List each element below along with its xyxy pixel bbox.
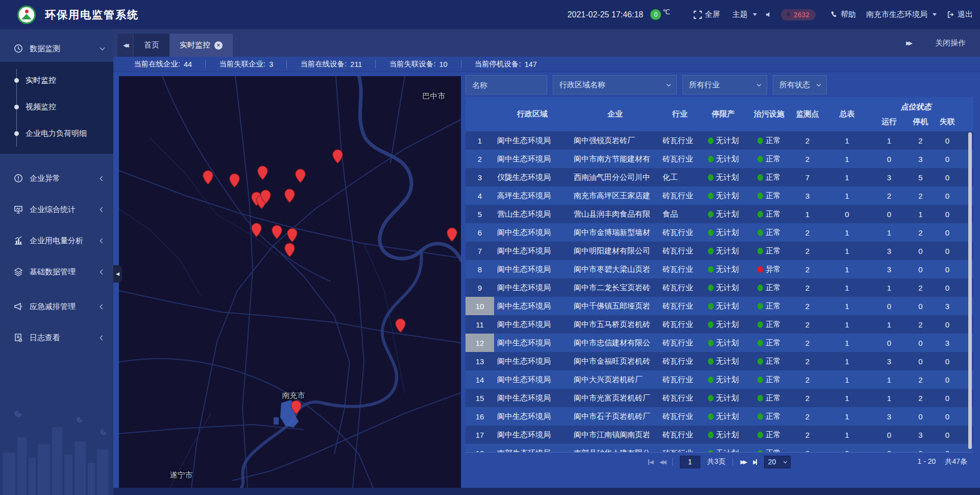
sidebar-item-data-monitoring[interactable]: 数据监测 [0, 35, 113, 62]
tab-bar: ◀◀ 首页 实时监控 × ▶▶ 关闭操作 [113, 29, 980, 57]
close-icon[interactable]: × [214, 41, 223, 50]
map-pin-icon[interactable] [260, 190, 271, 204]
sidebar-item-emergency-reduction[interactable]: 应急减排管理 [0, 293, 113, 320]
map-pin-icon[interactable] [284, 188, 295, 203]
table-row[interactable]: 9 阆中生态环境局 阆中市二龙长宝页岩砖 砖瓦行业 无计划 正常 2 1 1 2… [465, 278, 973, 297]
table-row[interactable]: 16 阆中生态环境局 阆中市石子页岩机砖厂 砖瓦行业 无计划 正常 2 1 3 … [465, 407, 973, 426]
stat-offline-devices: 当前失联设备:10 [376, 60, 461, 68]
cell-run: 1 [871, 131, 907, 150]
sidebar-item-video-monitor[interactable]: 视频监控 [0, 93, 113, 120]
stat-online-enterprises: 当前在线企业:44 [120, 60, 206, 68]
cell-run: 1 [871, 278, 907, 297]
sidebar-item-log-view[interactable]: 日志查看 [0, 324, 113, 351]
map-pin-icon[interactable] [287, 228, 298, 242]
map-roads [119, 76, 461, 488]
app-window: 环保用电监管系统 2021-02-25 17:46:18 0 ℃ 全屏 主题 [0, 0, 980, 495]
sidebar-collapse-handle[interactable]: ◀ [113, 265, 122, 282]
status-select[interactable]: 所有状态 [773, 75, 827, 95]
table-row[interactable]: 1 阆中生态环境局 阆中强锐页岩砖厂 砖瓦行业 无计划 正常 2 1 1 2 0 [465, 131, 973, 150]
table-row[interactable]: 3 仪陇生态环境局 西南油气田分公司川中 化工 无计划 正常 7 1 3 5 0 [465, 168, 973, 186]
notification-badge[interactable]: 2632 [781, 9, 816, 20]
cell-limit: 无计划 [700, 407, 746, 426]
table-row[interactable]: 14 阆中生态环境局 阆中大兴页岩机砖厂 砖瓦行业 无计划 正常 2 1 1 2… [465, 370, 973, 389]
cell-run: 3 [871, 352, 907, 370]
tab-realtime-monitor[interactable]: 实时监控 × [169, 34, 233, 57]
table-row[interactable]: 4 高坪生态环境局 南充市高坪区王家店建 砖瓦行业 无计划 正常 3 1 2 2… [465, 186, 973, 205]
map-pin-icon[interactable] [395, 318, 406, 333]
cell-total: 1 [823, 407, 871, 426]
sidebar-item-power-analysis[interactable]: 企业用电量分析 [0, 227, 113, 254]
help-button[interactable]: 帮助 [830, 10, 856, 19]
name-search-input[interactable] [465, 75, 547, 95]
table-row[interactable]: 6 阆中生态环境局 阆中市金博瑞新型墙材 砖瓦行业 无计划 正常 2 1 1 2… [465, 223, 973, 242]
last-page-button[interactable]: ▶ [753, 459, 756, 465]
map-pin-icon[interactable] [229, 173, 240, 187]
cell-limit: 无计划 [700, 131, 746, 150]
cell-region: 营山生态环境局 [494, 205, 571, 223]
close-operations-button[interactable]: 关闭操作 [935, 38, 966, 48]
region-select[interactable]: 行政区域名称 [553, 75, 677, 95]
clock-icon [14, 44, 23, 53]
table-row[interactable]: 18 南部生态环境局 南部县砂华土建有限公 砖瓦行业 无计划 正常 6 0 0 … [465, 444, 973, 452]
cell-limit: 无计划 [700, 150, 746, 168]
map-pin-icon[interactable] [291, 400, 302, 414]
cell-limit: 无计划 [700, 260, 746, 278]
cell-limit: 无计划 [700, 370, 746, 389]
cell-stop: 3 [907, 426, 934, 444]
table-row[interactable]: 7 阆中生态环境局 阆中明阳建材有限公司 砖瓦行业 无计划 正常 2 1 3 0… [465, 242, 973, 260]
first-page-button[interactable]: ◀ [648, 459, 652, 465]
sidebar-item-enterprise-abnormal[interactable]: 企业异常 [0, 165, 113, 192]
cell-stop: 2 [907, 186, 934, 205]
cell-facility: 正常 [746, 389, 792, 407]
tab-scroll-left-button[interactable]: ◀◀ [117, 34, 133, 57]
cell-stop: 2 [907, 389, 934, 407]
tab-scroll-right-button[interactable]: ▶▶ [906, 40, 913, 46]
map-pin-icon[interactable] [257, 166, 268, 180]
table-row[interactable]: 15 阆中生态环境局 阆中市光富页岩机砖厂 砖瓦行业 无计划 正常 2 1 1 … [465, 389, 973, 407]
cell-lost: 0 [934, 186, 961, 205]
cell-company: 营山县润丰肉食品有限 [571, 205, 659, 223]
sidebar-item-power-load-detail[interactable]: 企业电力负荷明细 [0, 120, 113, 147]
table-row[interactable]: 8 阆中生态环境局 阆中市枣碧大梁山页岩 砖瓦行业 无计划 异常 2 1 3 0… [465, 260, 973, 278]
cell-total: 1 [823, 426, 871, 444]
table-row[interactable]: 11 阆中生态环境局 阆中市五马桥页岩机砖 砖瓦行业 无计划 正常 2 1 1 … [465, 315, 973, 334]
cell-total: 1 [823, 334, 871, 352]
map-canvas[interactable]: 巴中市南充市遂宁市 [119, 76, 461, 488]
map-pin-icon[interactable] [295, 169, 306, 183]
cell-region: 阆中生态环境局 [494, 242, 571, 260]
prev-page-button[interactable]: ◀◀ [659, 459, 665, 465]
fullscreen-button[interactable]: 全屏 [694, 10, 720, 19]
next-page-button[interactable]: ▶▶ [740, 459, 746, 465]
map-pin-icon[interactable] [272, 225, 282, 239]
page-number-input[interactable] [680, 456, 700, 468]
sidebar-item-realtime-monitor[interactable]: 实时监控 [0, 67, 113, 93]
sidebar-item-basic-data[interactable]: 基础数据管理 [0, 258, 113, 285]
sound-toggle-button[interactable] [765, 11, 773, 18]
cell-facility: 正常 [746, 131, 792, 150]
table-row[interactable]: 5 营山生态环境局 营山县润丰肉食品有限 食品 无计划 正常 1 0 0 1 0 [465, 205, 973, 223]
table-row[interactable]: 12 阆中生态环境局 阆中市忠信建材有限公 砖瓦行业 无计划 正常 2 1 0 … [465, 334, 973, 352]
cell-company: 阆中市南方节能建材有 [571, 150, 659, 168]
org-user-dropdown[interactable]: 南充市生态环境局 [866, 10, 937, 19]
industry-select[interactable]: 所有行业 [682, 75, 767, 95]
map-pin-icon[interactable] [447, 227, 457, 242]
cell-region: 高坪生态环境局 [494, 186, 571, 205]
table-row[interactable]: 13 阆中生态环境局 阆中市金福旺页岩机砖 砖瓦行业 无计划 正常 2 1 3 … [465, 352, 973, 370]
sidebar-item-enterprise-statistics[interactable]: 企业综合统计 [0, 196, 113, 223]
cell-limit: 无计划 [700, 352, 746, 370]
table-scrollbar[interactable] [968, 132, 972, 449]
theme-dropdown[interactable]: 主题 [732, 10, 757, 19]
logout-button[interactable]: 退出 [947, 10, 973, 19]
map-pin-icon[interactable] [203, 170, 213, 184]
table-row[interactable]: 17 阆中生态环境局 阆中市江南镇阆南页岩 砖瓦行业 无计划 正常 2 1 0 … [465, 426, 973, 444]
map-pin-icon[interactable] [251, 223, 262, 237]
table-row[interactable]: 2 阆中生态环境局 阆中市南方节能建材有 砖瓦行业 无计划 正常 2 1 0 3… [465, 150, 973, 168]
cell-stop: 2 [907, 315, 934, 334]
page-size-select[interactable]: 20 [764, 456, 791, 468]
chevron-down-icon [753, 13, 757, 16]
cell-facility: 正常 [746, 168, 792, 186]
map-pin-icon[interactable] [284, 243, 295, 257]
table-row[interactable]: 10 阆中生态环境局 阆中千佛镇五郎垭页岩 砖瓦行业 无计划 正常 2 1 0 … [465, 297, 973, 315]
tab-home[interactable]: 首页 [134, 34, 169, 57]
map-pin-icon[interactable] [332, 149, 343, 163]
